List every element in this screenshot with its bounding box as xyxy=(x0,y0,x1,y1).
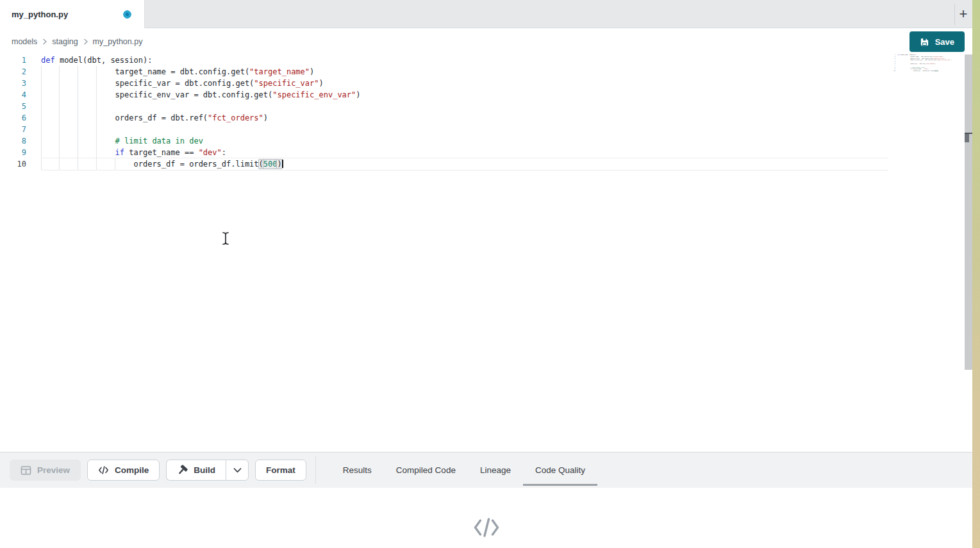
build-button[interactable]: Build xyxy=(166,460,226,481)
tab-results[interactable]: Results xyxy=(331,453,384,488)
code-text: specific_env_var = dbt.config.get("speci… xyxy=(41,89,888,101)
code-line[interactable]: 5 xyxy=(0,101,965,112)
line-number: 9 xyxy=(0,147,41,158)
code-line[interactable]: 7 xyxy=(0,124,965,135)
floppy-icon xyxy=(920,37,929,47)
indent-guide-icon xyxy=(96,158,97,170)
indent-guide-icon xyxy=(96,66,97,78)
text-caret xyxy=(282,160,283,168)
code-text: specific_var = dbt.config.get("specific_… xyxy=(41,78,888,89)
indent-guide-icon xyxy=(41,112,42,124)
new-tab-button[interactable]: + xyxy=(956,6,971,22)
build-options-button[interactable] xyxy=(226,460,249,481)
code-token: ( xyxy=(259,160,263,169)
code-line[interactable]: 3 specific_var = dbt.config.get("specifi… xyxy=(0,78,965,89)
compile-button[interactable]: Compile xyxy=(87,460,160,481)
indent-guide-icon xyxy=(78,158,78,170)
code-token: # limit data in dev xyxy=(41,137,203,145)
code-text: # limit data in dev xyxy=(41,135,888,147)
code-token: def xyxy=(41,56,55,65)
indent-guide-icon xyxy=(78,147,78,158)
indent-guide-icon xyxy=(78,112,78,124)
tab-code-quality[interactable]: Code Quality xyxy=(523,453,597,488)
indent-guide-icon xyxy=(96,78,97,89)
indent-guide-icon xyxy=(41,147,42,158)
indent-guide-icon xyxy=(59,147,60,158)
code-line[interactable]: 1def model(dbt, session): xyxy=(0,54,965,66)
panel-content xyxy=(0,488,972,548)
indent-guide-icon xyxy=(41,78,42,89)
code-token: : xyxy=(222,148,226,157)
breadcrumb-item-staging[interactable]: staging xyxy=(52,37,78,46)
indent-guide-icon xyxy=(78,78,78,89)
code-icon xyxy=(98,465,109,475)
file-tabbar: my_python.py + xyxy=(0,0,972,28)
code-text: target_name = dbt.config.get("target_nam… xyxy=(41,66,888,78)
code-token: target_name = dbt.config.get( xyxy=(41,67,249,76)
indent-guide-icon xyxy=(96,124,97,135)
indent-guide-icon xyxy=(78,124,78,135)
code-token: orders_df = orders_df.limit xyxy=(41,160,259,169)
indent-guide-icon xyxy=(59,112,60,124)
breadcrumb-bar: models staging my_python.py Save xyxy=(0,28,972,54)
indent-guide-icon xyxy=(41,135,42,147)
preview-label: Preview xyxy=(37,465,70,475)
code-token: ) xyxy=(356,90,360,99)
unsaved-indicator-icon xyxy=(123,10,131,19)
code-line[interactable]: 2 target_name = dbt.config.get("target_n… xyxy=(0,66,965,78)
ide-window: my_python.py + models staging my_python.… xyxy=(0,0,972,548)
code-lines[interactable]: 1def model(dbt, session):2 target_name =… xyxy=(0,54,965,170)
indent-guide-icon xyxy=(41,89,42,101)
indent-guide-icon xyxy=(59,101,60,112)
code-token: if xyxy=(115,148,124,157)
indent-guide-icon xyxy=(59,158,60,170)
code-line[interactable]: 9 if target_name == "dev": xyxy=(0,147,965,158)
code-editor[interactable]: 1def model(dbt, session):2 target_name =… xyxy=(0,54,965,452)
save-button[interactable]: Save xyxy=(909,31,965,52)
code-token: 500 xyxy=(263,160,278,169)
indent-guide-icon xyxy=(41,158,42,170)
code-line[interactable]: 4 specific_env_var = dbt.config.get("spe… xyxy=(0,89,965,101)
scrollbar-thumb[interactable] xyxy=(965,134,969,142)
indent-guide-icon xyxy=(78,101,78,112)
tab-compiled-code[interactable]: Compiled Code xyxy=(384,453,468,488)
editor-scrollbar-track[interactable] xyxy=(965,54,972,370)
indent-guide-icon xyxy=(41,66,42,78)
format-button[interactable]: Format xyxy=(255,460,306,481)
tabbar-divider xyxy=(954,4,955,25)
code-quality-empty-state-icon xyxy=(472,516,501,539)
hammer-icon xyxy=(177,465,188,476)
code-token: ) xyxy=(277,160,281,169)
code-line[interactable]: 8 # limit data in dev xyxy=(0,135,965,147)
line-number: 3 xyxy=(0,78,41,89)
panel-toolbar: Preview Compile Build xyxy=(0,453,972,488)
code-token: ) xyxy=(319,79,324,88)
line-number: 10 xyxy=(0,158,41,170)
indent-guide-icon xyxy=(96,135,97,147)
breadcrumb-item-models[interactable]: models xyxy=(12,37,37,46)
indent-guide-icon xyxy=(78,66,78,78)
code-token: "specific_var" xyxy=(254,79,319,88)
indent-guide-icon xyxy=(96,112,97,124)
line-number: 6 xyxy=(0,112,41,124)
chevron-right-icon xyxy=(42,38,47,45)
indent-guide-icon xyxy=(59,89,60,101)
toolbar-divider xyxy=(315,456,316,484)
code-text: orders_df = dbt.ref("fct_orders") xyxy=(41,112,888,124)
code-text: orders_df = orders_df.limit(500) xyxy=(41,158,888,170)
tab-lineage[interactable]: Lineage xyxy=(468,453,523,488)
code-token: "specific_env_var" xyxy=(272,90,356,99)
line-number: 2 xyxy=(0,66,41,78)
code-token: ) xyxy=(263,113,268,122)
code-token: ) xyxy=(310,67,314,76)
code-token: model(dbt, session): xyxy=(55,56,153,65)
code-text: if target_name == "dev": xyxy=(41,147,888,158)
preview-button[interactable]: Preview xyxy=(10,460,81,481)
indent-guide-icon xyxy=(59,78,60,89)
file-tab-my-python[interactable]: my_python.py xyxy=(0,0,145,29)
file-tab-title: my_python.py xyxy=(12,10,68,19)
indent-guide-icon xyxy=(96,89,97,101)
code-line[interactable]: 10 orders_df = orders_df.limit(500) xyxy=(0,158,965,170)
line-number: 1 xyxy=(0,54,41,66)
code-line[interactable]: 6 orders_df = dbt.ref("fct_orders") xyxy=(0,112,965,124)
